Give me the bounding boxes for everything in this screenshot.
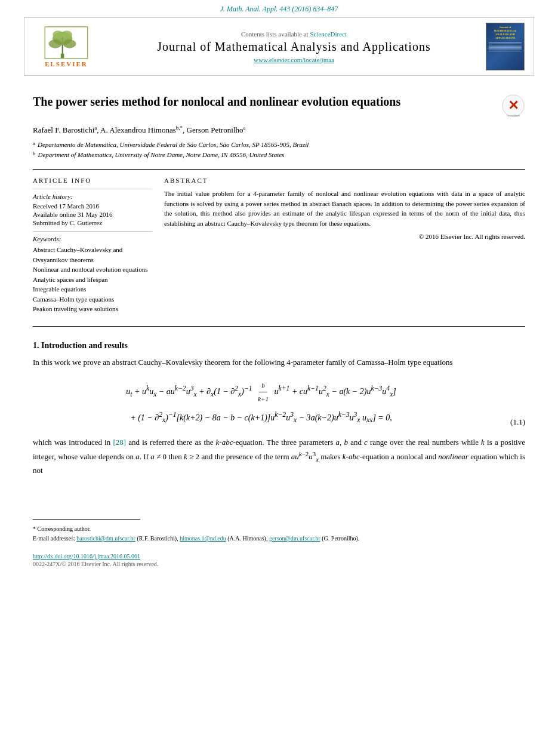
history-label: Article history: (33, 193, 152, 200)
email2-link[interactable]: himonas.1@nd.edu (180, 535, 226, 542)
paper-title-section: The power series method for nonlocal and… (33, 88, 525, 118)
article-info-abstract-section: ARTICLE INFO Article history: Received 1… (33, 169, 525, 327)
elsevier-logo: ELSEVIER (30, 26, 102, 67)
affiliations: a Departamento de Matemática, Universida… (33, 140, 525, 159)
article-history: Article history: Received 17 March 2016 … (33, 189, 152, 226)
section1-heading: 1. Introduction and results (33, 341, 525, 351)
keyword-2: Nonlinear and nonlocal evolution equatio… (33, 265, 152, 275)
email-addresses: E-mail addresses: barostichi@dm.ufscar.b… (33, 534, 525, 543)
keyword-6: Peakon traveling wave solutions (33, 304, 152, 314)
issn-copyright: 0022-247X/© 2016 Elsevier Inc. All right… (33, 561, 525, 567)
elsevier-tree-icon (42, 26, 90, 59)
abstract-heading: ABSTRACT (164, 177, 525, 184)
svg-point-4 (63, 39, 76, 48)
svg-point-3 (49, 39, 62, 48)
keyword-5: Camassa–Holm type equations (33, 294, 152, 305)
received-date: Received 17 March 2016 (33, 202, 152, 210)
intro-paragraph: In this work we prove an abstract Cauchy… (33, 357, 525, 369)
sciencedirect-link[interactable]: ScienceDirect (310, 30, 347, 38)
equation-display: ut + ukux − auk−2u3x + ∂x(1 − ∂2x)−1 b k… (33, 379, 489, 428)
keywords-section: Keywords: Abstract Cauchy–Kovalevsky and… (33, 231, 152, 314)
keyword-3: Analytic spaces and lifespan (33, 275, 152, 285)
abstract-copyright: © 2016 Elsevier Inc. All rights reserved… (164, 233, 525, 240)
article-info-column: ARTICLE INFO Article history: Received 1… (33, 177, 152, 319)
journal-info-center: Contents lists available at ScienceDirec… (102, 30, 486, 63)
doi-section: http://dx.doi.org/10.1016/j.jmaa.2016.05… (33, 553, 525, 560)
email1-link[interactable]: barostichi@dm.ufscar.br (76, 535, 135, 542)
keyword-1: Abstract Cauchy–Kovalevsky and Ovsyannik… (33, 245, 152, 265)
available-date: Available online 31 May 2016 (33, 211, 152, 218)
elsevier-logo-section: ELSEVIER (30, 26, 102, 67)
keyword-4: Integrable equations (33, 284, 152, 294)
email3-link[interactable]: gerson@dm.ufscar.br (269, 535, 320, 542)
journal-url: www.elsevier.com/locate/jmaa (108, 56, 480, 63)
elsevier-label: ELSEVIER (45, 60, 88, 67)
article-info-heading: ARTICLE INFO (33, 177, 152, 184)
crossmark-icon: ✕ CrossMark (501, 94, 525, 118)
svg-text:CrossMark: CrossMark (507, 114, 520, 117)
sciencedirect-text: Contents lists available at ScienceDirec… (108, 30, 480, 38)
journal-title: Journal of Mathematical Analysis and App… (108, 40, 480, 54)
ref-28-link[interactable]: [28] (113, 438, 126, 447)
journal-url-link[interactable]: www.elsevier.com/locate/jmaa (254, 56, 334, 63)
svg-text:✕: ✕ (508, 98, 519, 113)
journal-citation: J. Math. Anal. Appl. 443 (2016) 834–847 (0, 0, 558, 17)
equation-1-1: ut + ukux − auk−2u3x + ∂x(1 − ∂2x)−1 b k… (33, 379, 525, 428)
nonlinear-text: nonlinear (438, 453, 468, 462)
authors-line: Rafael F. Barostichia, A. Alexandrou Him… (33, 125, 525, 135)
paper-title: The power series method for nonlocal and… (33, 94, 501, 109)
keywords-label: Keywords: (33, 235, 152, 242)
svg-rect-0 (61, 53, 64, 57)
journal-header: ELSEVIER Contents lists available at Sci… (24, 17, 534, 76)
footnote-divider (33, 519, 140, 520)
abstract-text: The initial value problem for a 4-parame… (164, 189, 525, 228)
post-equation-paragraph: which was introduced in [28] and is refe… (33, 437, 525, 477)
journal-cover-image: Journal ofMATHEMATICALANALYSIS ANDAPPLIC… (486, 23, 528, 70)
abstract-column: ABSTRACT The initial value problem for a… (164, 177, 525, 319)
corresponding-note: * Corresponding author. (33, 524, 525, 534)
citation-text: J. Math. Anal. Appl. 443 (2016) 834–847 (220, 5, 338, 13)
affil-a: a Departamento de Matemática, Universida… (33, 140, 525, 150)
doi-link[interactable]: http://dx.doi.org/10.1016/j.jmaa.2016.05… (33, 553, 140, 560)
submitted-by: Submitted by C. Gutierrez (33, 219, 152, 226)
equation-number-1-1: (1.1) (489, 417, 525, 427)
keywords-list: Abstract Cauchy–Kovalevsky and Ovsyannik… (33, 245, 152, 314)
svg-point-6 (61, 30, 72, 38)
footnote-text: * Corresponding author. E-mail addresses… (33, 524, 525, 543)
footnotes-section: * Corresponding author. E-mail addresses… (0, 519, 558, 579)
main-content: The power series method for nonlocal and… (0, 76, 558, 501)
journal-cover: Journal ofMATHEMATICALANALYSIS ANDAPPLIC… (486, 23, 525, 70)
affil-b: b Department of Mathematics, University … (33, 150, 525, 160)
